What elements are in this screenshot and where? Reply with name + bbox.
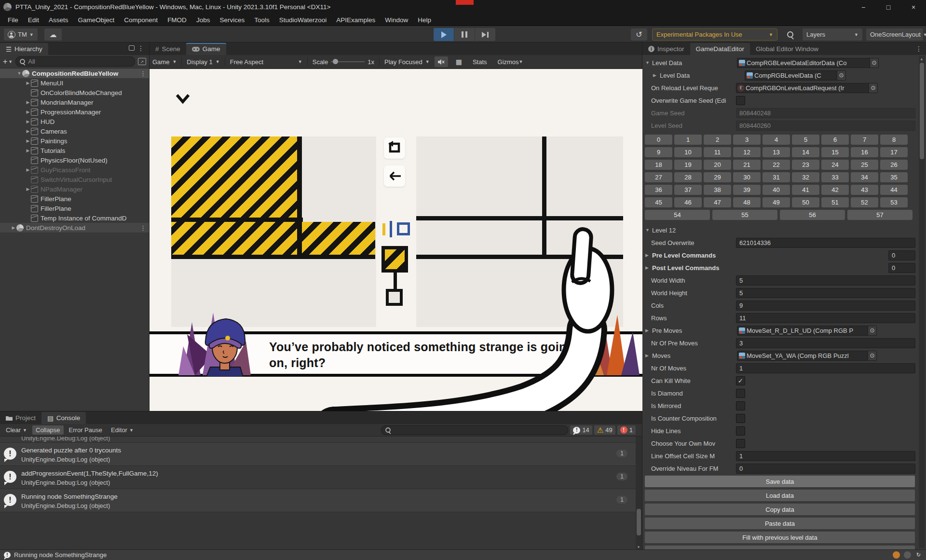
stats-toggle[interactable]: Stats (470, 56, 490, 67)
hierarchy-item[interactable]: FillerPlane (0, 194, 149, 204)
field-value-input[interactable]: 1 (736, 363, 915, 373)
hierarchy-item[interactable]: ▶Tutorials (0, 146, 149, 155)
scale-slider-track[interactable] (331, 61, 365, 62)
level-button-24[interactable]: 24 (821, 159, 849, 170)
level-button-1[interactable]: 1 (674, 134, 702, 145)
hierarchy-scene-row[interactable]: ▼CompositionRedBlueYellow⋮ (0, 68, 149, 78)
level-button-13[interactable]: 13 (762, 147, 790, 158)
hierarchy-search-input[interactable]: All (15, 56, 135, 67)
foldout-arrow-icon[interactable]: ▶ (25, 119, 31, 124)
play-focused-dropdown[interactable]: Play Focused▼ (384, 58, 430, 66)
log-entry-clipped[interactable]: UnityEngine.Debug:Log (object) (0, 437, 642, 443)
object-picker-icon[interactable]: ⊙ (837, 71, 845, 80)
level-button-6[interactable]: 6 (821, 134, 849, 145)
foldout-arrow-icon[interactable]: ▶ (25, 138, 31, 143)
hierarchy-item[interactable]: OnColorBlindModeChanged (0, 88, 149, 97)
inspector-menu-icon[interactable]: ⋮ (915, 45, 922, 53)
console-scrollbar[interactable]: ▼ (636, 437, 642, 550)
services-status-icon[interactable] (904, 551, 911, 559)
tab-hierarchy[interactable]: ☰ Hierarchy (0, 43, 48, 55)
foldout-arrow-icon[interactable]: ▶ (25, 100, 31, 105)
foldout-arrow-icon[interactable]: ▶ (25, 167, 31, 172)
open-window-icon[interactable]: ↗ (138, 58, 146, 65)
object-field[interactable]: CompRGBLevelDataEditorData (Co⊙ (737, 58, 879, 68)
foldout-arrow-icon[interactable]: ▶ (25, 148, 31, 153)
object-picker-icon[interactable]: ⊙ (869, 83, 877, 93)
minimize-button[interactable]: − (851, 0, 876, 14)
level-button-10[interactable]: 10 (674, 147, 702, 158)
level-button-7[interactable]: 7 (850, 134, 879, 145)
foldout-arrow-icon[interactable]: ▶ (25, 187, 31, 191)
cloud-button[interactable]: ☁ (44, 28, 62, 41)
level-button-35[interactable]: 35 (880, 172, 908, 183)
level-button-16[interactable]: 16 (850, 147, 879, 158)
level-button-56[interactable]: 56 (779, 209, 845, 220)
level-button-54[interactable]: 54 (644, 209, 710, 220)
tab-global-editor-window[interactable]: Global Editor Window (750, 43, 824, 55)
play-button[interactable] (434, 28, 454, 41)
menu-studiowaterzooi[interactable]: StudioWaterzooi (274, 16, 332, 24)
log-entry[interactable]: !addProgressionEvent(1,TheStyle,FullGame… (0, 466, 642, 489)
level-button-52[interactable]: 52 (850, 197, 879, 208)
foldout-arrow-icon[interactable]: ▶ (25, 81, 31, 85)
checkbox[interactable]: ✓ (736, 376, 745, 385)
hierarchy-menu-icon[interactable]: ⋮ (137, 44, 144, 52)
foldout-arrow-icon[interactable]: ▶ (644, 328, 652, 333)
collapse-toggle[interactable]: Collapse (32, 425, 64, 435)
hierarchy-item[interactable]: ▶MenuUI (0, 78, 149, 88)
foldout-arrow-icon[interactable]: ▶ (644, 265, 652, 270)
level-button-14[interactable]: 14 (791, 147, 820, 158)
level-button-46[interactable]: 46 (674, 197, 702, 208)
close-button[interactable]: × (901, 0, 926, 14)
level-button-28[interactable]: 28 (674, 172, 702, 183)
hierarchy-item[interactable]: SwitchVirtualCursorInput (0, 175, 149, 184)
object-field[interactable]: MoveSet_R_D_LR_UD (Comp RGB P⊙ (737, 326, 877, 336)
foldout-arrow-icon[interactable]: ▶ (652, 73, 660, 78)
scroll-down-icon[interactable]: ▼ (637, 545, 640, 549)
mute-audio-toggle[interactable] (435, 56, 448, 67)
inspector-scrollbar-thumb[interactable] (920, 63, 924, 159)
menu-gameobject[interactable]: GameObject (73, 16, 120, 24)
level-button-44[interactable]: 44 (880, 184, 908, 195)
level-button-23[interactable]: 23 (791, 159, 820, 170)
object-field[interactable]: ECompRGBOnLevelLoadRequest (Ir⊙ (736, 83, 878, 93)
field-value-input[interactable]: 0 (888, 263, 915, 273)
menu-component[interactable]: Component (119, 16, 163, 24)
level-button-32[interactable]: 32 (791, 172, 820, 183)
menu-fmod[interactable]: FMOD (163, 16, 191, 24)
experimental-packages-dropdown[interactable]: Experimental Packages In Use ▼ (652, 28, 777, 41)
object-field[interactable]: MoveSet_YA_WA (Comp RGB Puzzl⊙ (737, 351, 877, 361)
level-button-21[interactable]: 21 (733, 159, 761, 170)
hierarchy-item[interactable]: ▶MondrianManager (0, 97, 149, 107)
display-dropdown[interactable]: Display 1▼ (187, 58, 219, 66)
hierarchy-item[interactable]: ▶NPadManager (0, 184, 149, 194)
field-value-input[interactable]: 0 (888, 250, 915, 260)
warning-count-toggle[interactable]: ⚠ 49 (594, 425, 615, 435)
search-button[interactable] (782, 28, 798, 41)
status-bar[interactable]: ! Running node SomethingStrange ↻ (0, 549, 926, 560)
field-value-input[interactable]: 1 (736, 451, 915, 461)
object-picker-icon[interactable]: ⊙ (870, 58, 878, 68)
hierarchy-item[interactable]: FillerPlane (0, 204, 149, 213)
menu-window[interactable]: Window (380, 16, 413, 24)
inspector-scrollbar[interactable]: ▲ (919, 56, 925, 548)
checkbox[interactable] (736, 96, 745, 105)
foldout-arrow-icon[interactable]: ▶ (11, 225, 16, 230)
menu-assets[interactable]: Assets (44, 16, 73, 24)
layout-dropdown[interactable]: OneScreenLayout ▼ (866, 28, 923, 41)
level-button-22[interactable]: 22 (762, 159, 790, 170)
menu-services[interactable]: Services (215, 16, 249, 24)
info-count-toggle[interactable]: ! 14 (570, 425, 592, 435)
level-button-20[interactable]: 20 (703, 159, 732, 170)
paste-data-button[interactable]: Paste data (644, 517, 915, 530)
level-button-34[interactable]: 34 (850, 172, 879, 183)
fill-with-previous-level-data-button[interactable]: Fill with previous level data (644, 531, 915, 544)
row-menu-icon[interactable]: ⋮ (140, 70, 146, 77)
tab-gamedataeditor[interactable]: GameDataEditor (690, 43, 750, 55)
level-button-5[interactable]: 5 (791, 134, 820, 145)
tab-inspector[interactable]: i Inspector (642, 43, 690, 55)
level-button-42[interactable]: 42 (821, 184, 849, 195)
save-data-button[interactable]: Save data (644, 475, 915, 488)
field-value-input[interactable]: 5 (736, 275, 915, 286)
level-button-41[interactable]: 41 (791, 184, 820, 195)
